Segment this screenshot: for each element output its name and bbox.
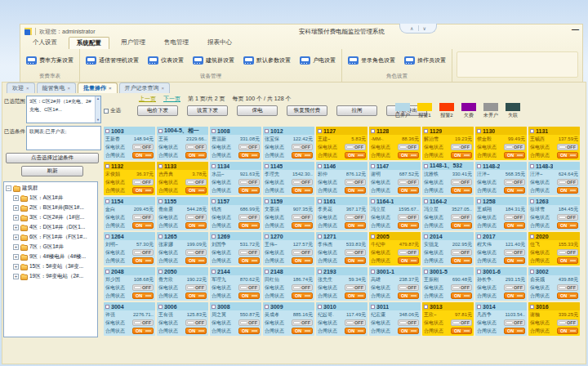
meter-card[interactable]: 3001-1高雄238.37元保电状态OFF合闸状态ON	[369, 267, 421, 301]
meter-card[interactable]: 1127王建~5.83元保电状态OFF合闸状态ON	[316, 127, 368, 160]
power-protect-toggle[interactable]: OFF	[345, 179, 366, 185]
meter-card[interactable]: 1263徐球雪184.45元保电状态OFF合闸状态ON	[528, 197, 580, 230]
switch-close-toggle[interactable]: ON	[451, 222, 472, 229]
doc-tab[interactable]: 批量操作×	[78, 83, 118, 93]
meter-card[interactable]: 3001-5王振刚690.48元保电状态OFF合闸状态ON	[422, 267, 474, 301]
card-checkbox[interactable]	[212, 164, 216, 168]
card-checkbox[interactable]	[265, 270, 269, 274]
switch-close-toggle[interactable]: ON	[557, 187, 578, 194]
meter-card[interactable]: 3016谢楠339.25元保电状态OFF合闸状态ON	[528, 302, 580, 336]
switch-close-toggle[interactable]: ON	[451, 187, 472, 194]
card-checkbox[interactable]	[265, 199, 269, 203]
card-checkbox[interactable]	[318, 199, 322, 203]
switch-close-toggle[interactable]: ON	[398, 257, 419, 264]
card-checkbox[interactable]	[371, 270, 375, 274]
card-checkbox[interactable]	[158, 129, 163, 133]
switch-close-toggle[interactable]: ON	[504, 222, 525, 229]
power-protect-toggle[interactable]: OFF	[185, 284, 207, 291]
meter-card[interactable]: 1008曹温新331.08元保电状态OFF合闸状态ON	[210, 127, 261, 160]
card-checkbox[interactable]	[105, 270, 109, 274]
switch-close-toggle[interactable]: ON	[345, 328, 366, 334]
switch-close-toggle[interactable]: ON	[238, 328, 260, 334]
power-protect-toggle[interactable]: OFF	[185, 179, 207, 185]
tree-item[interactable]: +15区：5#变站（3#变...	[13, 263, 96, 270]
select-all-checkbox[interactable]	[104, 109, 109, 114]
expand-expander-icon[interactable]: +	[13, 234, 19, 240]
card-checkbox[interactable]	[477, 164, 481, 168]
power-protect-toggle[interactable]: OFF	[238, 249, 260, 256]
scrollbar[interactable]	[95, 96, 100, 123]
meter-card[interactable]: 3001-6孙长争.293.15元保电状态OFF合闸状态ON	[475, 267, 527, 301]
card-checkbox[interactable]	[477, 199, 481, 203]
power-protect-toggle[interactable]: OFF	[345, 249, 366, 256]
power-protect-toggle[interactable]: OFF	[185, 144, 207, 150]
switch-close-toggle[interactable]: ON	[345, 187, 366, 194]
tree-item[interactable]: +6区：F区1#井（F区1#...	[13, 234, 96, 241]
card-checkbox[interactable]	[105, 305, 109, 309]
meter-card[interactable]: 2144军理九870.62元保电状态OFF合闸状态ON	[210, 267, 261, 301]
toolbar-button[interactable]: 拉闸	[336, 105, 377, 116]
card-checkbox[interactable]	[212, 234, 216, 239]
meter-card[interactable]: 1003王新春148.94元保电状态OFF合闸状态ON	[104, 127, 155, 160]
power-protect-toggle[interactable]: OFF	[132, 249, 154, 256]
switch-close-toggle[interactable]: ON	[292, 222, 313, 229]
card-checkbox[interactable]	[158, 270, 163, 274]
power-protect-toggle[interactable]: OFF	[504, 179, 525, 185]
ribbon-tab[interactable]: 售电管理	[157, 37, 196, 49]
switch-close-toggle[interactable]: ON	[451, 292, 472, 299]
tree-item[interactable]: +4区：D区1#井（D区1...	[13, 224, 96, 231]
switch-close-toggle[interactable]: ON	[185, 292, 207, 299]
toolbar-button[interactable]: 恢复预付费	[287, 105, 327, 116]
meter-card[interactable]: 1154金白209.45元保电状态OFF合闸状态ON	[104, 197, 155, 230]
switch-close-toggle[interactable]: ON	[132, 328, 154, 334]
power-protect-toggle[interactable]: OFF	[451, 319, 472, 326]
power-protect-toggle[interactable]: OFF	[238, 144, 260, 150]
card-checkbox[interactable]	[530, 199, 534, 203]
switch-close-toggle[interactable]: ON	[292, 292, 313, 299]
close-icon[interactable]: ×	[68, 86, 71, 91]
power-protect-toggle[interactable]: OFF	[398, 319, 419, 326]
refresh-button[interactable]: 刷新	[21, 166, 83, 176]
close-icon[interactable]: ×	[26, 86, 29, 91]
tree-item[interactable]: +1区：A区1#井	[13, 194, 96, 202]
power-protect-toggle[interactable]: OFF	[345, 144, 366, 150]
card-checkbox[interactable]	[424, 199, 428, 203]
collapse-down-icon[interactable]: ∨	[423, 25, 426, 31]
meter-card[interactable]: 1258王威翔184.31元保电状态OFF合闸状态ON	[475, 197, 527, 230]
meter-card[interactable]: 1164-1冯立星1595.67..保电状态OFF合闸状态ON	[369, 197, 421, 230]
meter-card[interactable]: 2193张先生59.34元保电状态OFF合闸状态ON	[316, 267, 368, 301]
switch-close-toggle[interactable]: ON	[345, 292, 366, 299]
meter-card[interactable]: 1012张宝保122.42元保电状态OFF合闸状态ON	[263, 127, 314, 160]
card-checkbox[interactable]	[105, 199, 109, 203]
ribbon-button[interactable]: 仪表设置	[148, 56, 184, 65]
power-protect-toggle[interactable]: OFF	[292, 249, 313, 256]
meter-card[interactable]: 3006王有强125.83元保电状态OFF合闸状态ON	[157, 302, 208, 336]
expand-expander-icon[interactable]: +	[13, 195, 19, 201]
card-checkbox[interactable]	[158, 305, 163, 309]
meter-card[interactable]: 1131王毓西137.59元保电状态OFF合闸状态ON	[528, 127, 580, 160]
ribbon-collapse-pill[interactable]: ∧ ∨	[399, 24, 437, 33]
meter-card[interactable]: 3010纪起哥.117.49元保电状态OFF合闸状态ON	[316, 302, 368, 336]
card-checkbox[interactable]	[212, 199, 216, 203]
doc-tab[interactable]: 开户记录查询×	[119, 83, 171, 93]
switch-close-toggle[interactable]: ON	[451, 328, 472, 334]
card-checkbox[interactable]	[371, 234, 375, 239]
expand-expander-icon[interactable]: +	[13, 264, 19, 270]
power-protect-toggle[interactable]: OFF	[292, 319, 313, 326]
card-checkbox[interactable]	[318, 305, 322, 309]
minimize-button[interactable]: —	[572, 25, 579, 33]
card-checkbox[interactable]	[530, 164, 534, 168]
meter-card[interactable]: 2050贵方欣190.22元保电状态OFF合闸状态ON	[157, 267, 208, 301]
meter-card[interactable]: 1161李美花367.17元保电状态OFF合闸状态ON	[316, 197, 368, 230]
power-protect-toggle[interactable]: OFF	[557, 319, 578, 326]
switch-close-toggle[interactable]: ON	[132, 152, 154, 158]
selected-range-box[interactable]: 3区：C区2#井（1#充电、2#充电、C区1#...	[26, 96, 101, 123]
tree-item[interactable]: +19区：9#变电站（2#...	[13, 273, 96, 280]
power-protect-toggle[interactable]: OFF	[504, 144, 525, 150]
switch-close-toggle[interactable]: ON	[185, 187, 207, 194]
power-protect-toggle[interactable]: OFF	[504, 249, 525, 256]
power-protect-toggle[interactable]: OFF	[132, 319, 154, 326]
switch-close-toggle[interactable]: ON	[451, 152, 472, 158]
ribbon-button[interactable]: 户电设置	[300, 56, 336, 65]
power-protect-toggle[interactable]: OFF	[398, 179, 419, 185]
